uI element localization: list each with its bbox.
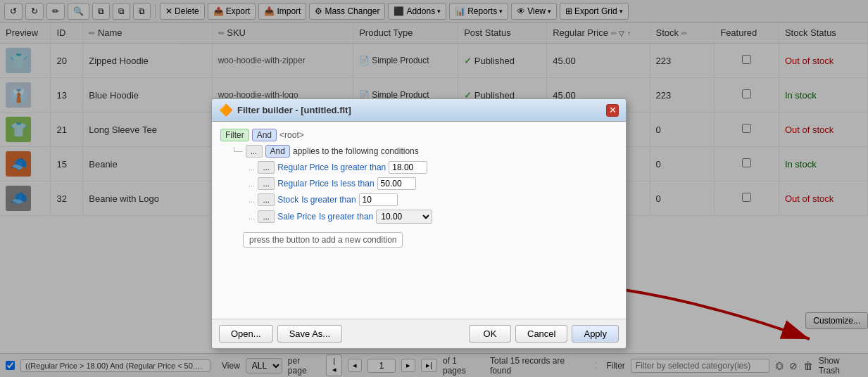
add-condition-row: press the button to add a new condition — [243, 229, 617, 248]
add-condition-button[interactable]: press the button to add a new condition — [243, 232, 403, 248]
filter-tree-line: └─ — [232, 147, 243, 155]
filter-root-label: <root> — [279, 130, 304, 140]
modal-title-text: Filter builder - [untitled.flt] — [237, 105, 351, 115]
condition-tree-0: ... — [249, 163, 255, 172]
modal-title-bar: 🔶 Filter builder - [untitled.flt] ✕ — [212, 99, 626, 122]
condition-menu-2[interactable]: ... — [258, 193, 275, 206]
condition-value-0[interactable] — [389, 161, 427, 174]
condition-field-1[interactable]: Regular Price — [277, 179, 329, 188]
condition-field-3[interactable]: Sale Price — [277, 212, 316, 222]
condition-op-1[interactable]: Is less than — [332, 179, 375, 188]
cancel-button[interactable]: Cancel — [515, 325, 567, 343]
condition-tree-2: ... — [249, 196, 255, 204]
apply-button[interactable]: Apply — [572, 325, 619, 343]
filter-conditions-row: └─ ... And applies to the following cond… — [232, 145, 617, 158]
open-button[interactable]: Open... — [219, 325, 273, 343]
filter-icon: 🔶 — [219, 103, 233, 117]
filter-builder-modal: 🔶 Filter builder - [untitled.flt] ✕ Filt… — [211, 98, 627, 349]
condition-op-2[interactable]: Is greater than — [301, 195, 356, 205]
modal-close-button[interactable]: ✕ — [606, 104, 619, 117]
condition-tree-1: ... — [249, 179, 255, 188]
condition-row-3: ... ... Sale Price Is greater than 10.00 — [243, 210, 617, 224]
conditions-menu-button[interactable]: ... — [246, 145, 263, 158]
condition-op-0[interactable]: Is greater than — [332, 162, 386, 172]
condition-field-2[interactable]: Stock — [277, 195, 298, 205]
condition-menu-3[interactable]: ... — [258, 210, 275, 223]
condition-value-1[interactable] — [377, 177, 416, 190]
filter-label-tag[interactable]: Filter — [220, 129, 249, 141]
condition-row-2: ... ... Stock Is greater than — [243, 193, 617, 206]
condition-value-select-3[interactable]: 10.00 — [376, 210, 432, 224]
condition-row-1: ... ... Regular Price Is less than — [243, 177, 617, 190]
condition-op-3[interactable]: Is greater than — [319, 212, 373, 222]
modal-footer: Open... Save As... OK Cancel Apply — [212, 319, 626, 348]
condition-menu-1[interactable]: ... — [258, 177, 275, 190]
save-as-button[interactable]: Save As... — [277, 325, 343, 343]
condition-row-0: ... ... Regular Price Is greater than — [243, 161, 617, 174]
conditions-label: applies to the following conditions — [293, 146, 419, 156]
modal-overlay: 🔶 Filter builder - [untitled.flt] ✕ Filt… — [0, 0, 868, 377]
filter-root-row: Filter And <root> — [220, 129, 617, 141]
condition-value-2[interactable] — [359, 193, 398, 206]
modal-body: Filter And <root> └─ ... And applies to … — [212, 122, 626, 319]
condition-field-0[interactable]: Regular Price — [277, 162, 329, 172]
condition-menu-0[interactable]: ... — [258, 161, 275, 174]
ok-button[interactable]: OK — [469, 325, 511, 343]
condition-tree-3: ... — [249, 212, 255, 221]
conditions-and-tag[interactable]: And — [265, 145, 290, 158]
filter-root-and-tag[interactable]: And — [252, 129, 277, 141]
